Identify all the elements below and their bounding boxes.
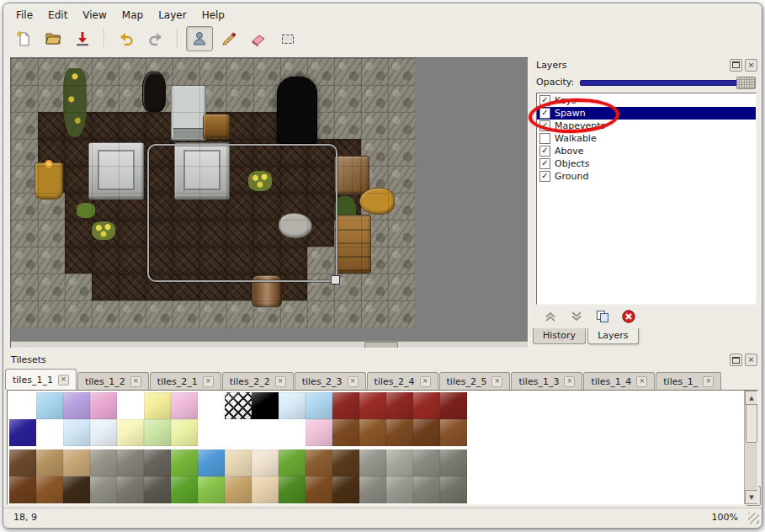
map-canvas[interactable] <box>11 58 415 327</box>
layer-checkbox[interactable] <box>539 133 550 144</box>
map-tile[interactable] <box>334 112 361 139</box>
tileset-tile[interactable] <box>413 450 440 476</box>
tileset-tile[interactable] <box>144 392 171 419</box>
tileset-tile[interactable] <box>144 450 171 476</box>
tileset-tile[interactable] <box>305 450 332 476</box>
tileset-tab-tiles_2_5[interactable]: tiles_2_5× <box>439 372 511 390</box>
tileset-tile[interactable] <box>359 392 386 419</box>
map-tile[interactable] <box>92 112 119 139</box>
map-tile[interactable] <box>173 58 199 85</box>
layer-row-objects[interactable]: ✓Objects <box>537 157 756 170</box>
open-folder-button[interactable] <box>40 26 66 51</box>
tileset-tab-tiles_1_3[interactable]: tiles_1_3× <box>511 372 582 390</box>
map-tile[interactable] <box>173 301 199 327</box>
menu-item-edit[interactable]: Edit <box>40 8 75 23</box>
tileset-tile[interactable] <box>171 419 198 446</box>
tab-history[interactable]: History <box>533 328 586 344</box>
layer-checkbox[interactable]: ✓ <box>539 120 550 131</box>
tileset-tile[interactable] <box>386 476 413 503</box>
map-tile[interactable] <box>119 220 146 247</box>
v-scrollbar-thumb[interactable] <box>746 404 757 443</box>
tileset-tile[interactable] <box>252 450 279 476</box>
tileset-tile[interactable] <box>117 450 144 476</box>
map-tile[interactable] <box>65 274 92 301</box>
tileset-tile[interactable] <box>144 419 171 446</box>
tileset-tile[interactable] <box>332 419 359 446</box>
layer-checkbox[interactable]: ✓ <box>539 158 550 169</box>
tileset-tile[interactable] <box>117 419 144 446</box>
tileset-tile[interactable] <box>332 392 359 419</box>
scroll-up-icon[interactable]: ▲ <box>745 391 758 405</box>
tileset-tile[interactable] <box>9 450 36 476</box>
redo-button[interactable] <box>142 26 169 51</box>
tileset-tile[interactable] <box>359 450 386 476</box>
float-panel-icon[interactable] <box>730 59 742 72</box>
tileset-tile[interactable] <box>440 450 467 476</box>
tileset-tab-tiles_1_2[interactable]: tiles_1_2× <box>77 372 149 390</box>
scroll-down-icon[interactable]: ▼ <box>745 490 758 504</box>
menu-item-map[interactable]: Map <box>114 8 151 23</box>
tileset-tile[interactable] <box>198 476 225 503</box>
map-tile[interactable] <box>146 301 173 327</box>
map-tile[interactable] <box>388 85 415 112</box>
tileset-tile[interactable] <box>279 392 305 419</box>
undo-button[interactable] <box>113 26 140 51</box>
menu-item-layer[interactable]: Layer <box>151 8 194 23</box>
map-tile[interactable] <box>92 274 119 301</box>
layer-row-ground[interactable]: ✓Ground <box>537 170 756 183</box>
tileset-tab-tiles_2_1[interactable]: tiles_2_1× <box>150 372 221 390</box>
move-down-button[interactable] <box>566 309 587 326</box>
tileset-tile[interactable] <box>279 450 305 476</box>
map-tile[interactable] <box>38 220 65 247</box>
map-tile[interactable] <box>388 166 415 193</box>
map-tile[interactable] <box>92 58 119 85</box>
tileset-tile[interactable] <box>225 476 252 503</box>
tileset-tile[interactable] <box>171 476 198 503</box>
move-up-button[interactable] <box>540 309 560 326</box>
layer-checkbox[interactable]: ✓ <box>539 95 550 106</box>
menu-item-file[interactable]: File <box>8 8 40 23</box>
tileset-tile[interactable] <box>9 419 36 446</box>
map-tile[interactable] <box>92 85 119 112</box>
map-tile[interactable] <box>65 247 92 274</box>
layer-row-keys[interactable]: ✓Keys <box>537 94 756 107</box>
map-tile[interactable] <box>11 247 38 274</box>
tileset-v-scrollbar[interactable]: ▲ ▼ <box>744 391 757 504</box>
map-tile[interactable] <box>11 274 38 301</box>
resize-grip[interactable] <box>748 513 759 524</box>
map-tile[interactable] <box>38 301 65 327</box>
map-tile[interactable] <box>334 301 361 327</box>
tileset-tile[interactable] <box>90 476 117 503</box>
map-tile[interactable] <box>388 139 415 166</box>
tileset-tile[interactable] <box>63 419 90 446</box>
map-tile[interactable] <box>388 112 415 139</box>
map-tile[interactable] <box>361 58 388 85</box>
tileset-tile[interactable] <box>171 450 198 476</box>
tileset-tile[interactable] <box>440 419 467 446</box>
map-tile[interactable] <box>334 85 361 112</box>
map-tile[interactable] <box>38 58 65 85</box>
tab-close-icon[interactable]: × <box>130 376 141 387</box>
selection-rect[interactable] <box>147 144 337 282</box>
map-tile[interactable] <box>226 85 253 112</box>
map-tile[interactable] <box>388 274 415 301</box>
tileset-tile[interactable] <box>252 476 279 503</box>
map-tile[interactable] <box>119 247 146 274</box>
brush-tool-button[interactable] <box>215 26 242 51</box>
tileset-tile[interactable] <box>171 392 198 419</box>
tileset-tile[interactable] <box>440 392 467 419</box>
tileset-tab-tiles_2_2[interactable]: tiles_2_2× <box>222 372 294 390</box>
map-tile[interactable] <box>11 58 38 85</box>
map-tile[interactable] <box>11 301 38 327</box>
tab-close-icon[interactable]: × <box>348 376 359 387</box>
map-tile[interactable] <box>361 112 388 139</box>
map-tile[interactable] <box>11 193 38 220</box>
tileset-tile[interactable] <box>36 450 63 476</box>
tileset-tile[interactable] <box>305 419 332 446</box>
map-tile[interactable] <box>253 58 280 85</box>
tileset-tile[interactable] <box>9 476 36 503</box>
layer-checkbox[interactable]: ✓ <box>539 108 550 119</box>
map-tile[interactable] <box>199 58 226 85</box>
map-tile[interactable] <box>92 301 119 327</box>
tileset-tile[interactable] <box>90 419 117 446</box>
